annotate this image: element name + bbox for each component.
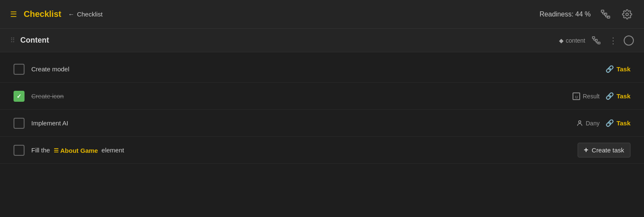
mention-link[interactable]: ☰ About Game	[54, 147, 98, 154]
more-dots-icon: ⋮	[609, 35, 617, 46]
link-icon-3: 🔗	[606, 119, 614, 127]
link-icon-2: 🔗	[606, 92, 614, 100]
task-link-2[interactable]: 🔗 Task	[606, 92, 630, 100]
task-label-2: Create icon	[31, 92, 566, 100]
link-icon-1: 🔗	[606, 65, 614, 73]
readiness-text: Readiness: 44 %	[540, 11, 591, 18]
back-link[interactable]: ← Checklist	[68, 11, 103, 18]
section-more-button[interactable]: ⋮	[607, 34, 619, 47]
back-label: Checklist	[77, 11, 103, 18]
settings-button[interactable]	[620, 8, 634, 21]
create-task-label: Create task	[592, 146, 624, 154]
top-bar-left: ☰ Checklist ← Checklist	[10, 9, 540, 19]
task-list: Create model 🔗 Task Create icon u Result…	[0, 52, 644, 167]
create-task-button[interactable]: + Create task	[578, 143, 630, 157]
person-icon	[576, 120, 583, 127]
task-row-2[interactable]: Create icon u Result 🔗 Task	[0, 83, 644, 110]
hierarchy-icon	[601, 10, 610, 19]
task-tag-label-2: Result	[583, 93, 600, 100]
task-link-label-2: Task	[617, 92, 630, 100]
top-bar-right: Readiness: 44 %	[540, 8, 634, 21]
task-row-4[interactable]: Fill the ☰ About Game element + Create t…	[0, 137, 644, 164]
result-icon: u	[573, 92, 580, 100]
section-hierarchy-button[interactable]	[590, 35, 602, 46]
back-arrow: ←	[68, 11, 74, 18]
task-row[interactable]: Create model 🔗 Task	[0, 56, 644, 83]
plus-icon: +	[584, 146, 589, 155]
gear-icon	[622, 9, 632, 19]
task-right-4: + Create task	[578, 143, 630, 157]
task-label-4: Fill the ☰ About Game element	[31, 146, 571, 154]
task-label-1: Create model	[31, 65, 599, 73]
task-right-3: Dany 🔗 Task	[576, 119, 630, 127]
task-right-2: u Result 🔗 Task	[573, 92, 630, 100]
mention-text: About Game	[60, 147, 98, 154]
task-link-label-3: Task	[617, 119, 630, 127]
mention-checklist-icon: ☰	[54, 147, 59, 154]
section-hierarchy-icon	[592, 36, 600, 45]
svg-point-7	[626, 13, 628, 16]
section-title: Content	[20, 36, 559, 45]
task-link-label-1: Task	[617, 65, 630, 73]
checklist-title: Checklist	[24, 9, 61, 19]
checklist-icon: ☰	[10, 10, 17, 19]
task-row-3[interactable]: Implement AI Dany 🔗 Task	[0, 110, 644, 137]
section-header: ⠿ Content ◆ content ⋮	[0, 29, 644, 52]
task-assignee-3: Dany	[586, 120, 600, 127]
drag-handle-icon: ⠿	[10, 36, 15, 44]
task-checkbox-1[interactable]	[14, 64, 25, 75]
task-checkbox-2[interactable]	[14, 91, 25, 102]
task-tag-3: Dany	[576, 120, 600, 127]
svg-rect-8	[592, 36, 595, 38]
task-link-3[interactable]: 🔗 Task	[606, 119, 630, 127]
task-right-1: 🔗 Task	[606, 65, 630, 73]
section-right: ◆ content ⋮	[559, 34, 634, 47]
status-circle-icon	[624, 35, 634, 46]
task-link-1[interactable]: 🔗 Task	[606, 65, 630, 73]
svg-rect-0	[601, 10, 604, 12]
top-bar: ☰ Checklist ← Checklist Readiness: 44 %	[0, 0, 644, 29]
task-checkbox-4[interactable]	[14, 145, 25, 156]
svg-point-15	[579, 121, 581, 123]
tag-diamond-icon: ◆	[559, 37, 564, 44]
tag-label: ◆ content	[559, 37, 585, 44]
hierarchy-button[interactable]	[599, 8, 612, 21]
task-tag-2: u Result	[573, 92, 600, 100]
tag-text: content	[566, 37, 585, 44]
task-label-3: Implement AI	[31, 119, 570, 127]
task-checkbox-3[interactable]	[14, 118, 25, 129]
